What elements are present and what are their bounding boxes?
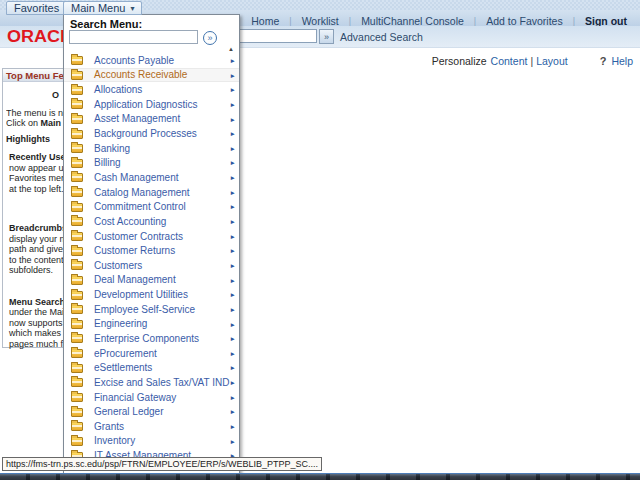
scroll-up-icon[interactable]: ▲ (228, 46, 234, 52)
submenu-arrow-icon: ► (230, 247, 236, 254)
submenu-arrow-icon: ► (230, 159, 236, 166)
menu-item-customer-returns[interactable]: Customer Returns► (64, 243, 239, 258)
menu-item-development-utilities[interactable]: Development Utilities► (64, 287, 239, 302)
advanced-search-link[interactable]: Advanced Search (340, 31, 423, 43)
menu-item-catalog-management[interactable]: Catalog Management► (64, 185, 239, 200)
menu-item-employee-self-service[interactable]: Employee Self-Service► (64, 302, 239, 317)
menu-item-customers[interactable]: Customers► (64, 258, 239, 273)
menu-item-label: Customer Contracts (94, 231, 183, 242)
menu-item-banking[interactable]: Banking► (64, 141, 239, 156)
submenu-arrow-icon: ► (230, 408, 236, 415)
submenu-arrow-icon: ► (230, 145, 236, 152)
menu-item-general-ledger[interactable]: General Ledger► (64, 404, 239, 419)
status-url-tooltip: https://fms-trn.ps.sc.edu/psp/FTRN/EMPLO… (2, 457, 322, 471)
menu-item-background-processes[interactable]: Background Processes► (64, 126, 239, 141)
menu-item-financial-gateway[interactable]: Financial Gateway► (64, 390, 239, 405)
separator: | (289, 16, 291, 26)
folder-icon (71, 261, 83, 270)
menu-item-cost-accounting[interactable]: Cost Accounting► (64, 214, 239, 229)
menu-item-enterprise-components[interactable]: Enterprise Components► (64, 331, 239, 346)
submenu-arrow-icon: ► (230, 203, 236, 210)
menu-item-label: Accounts Receivable (94, 69, 187, 80)
menu-item-application-diagnostics[interactable]: Application Diagnostics► (64, 97, 239, 112)
menu-item-eprocurement[interactable]: eProcurement► (64, 346, 239, 361)
submenu-arrow-icon: ► (230, 335, 236, 342)
submenu-arrow-icon: ► (230, 174, 236, 181)
submenu-arrow-icon: ► (230, 291, 236, 298)
folder-icon (71, 71, 83, 80)
folder-icon (71, 100, 83, 109)
separator: | (349, 16, 351, 26)
menu-item-engineering[interactable]: Engineering► (64, 317, 239, 332)
personalize-label: Personalize (432, 55, 487, 67)
menu-item-allocations[interactable]: Allocations► (64, 82, 239, 97)
menu-item-label: Employee Self-Service (94, 304, 195, 315)
folder-icon (71, 393, 83, 402)
menu-item-label: Allocations (94, 84, 142, 95)
folder-icon (71, 203, 83, 212)
submenu-arrow-icon: ► (230, 394, 236, 401)
menu-item-label: Inventory (94, 435, 135, 446)
menu-item-excise-and-sales-tax-vat-ind[interactable]: Excise and Sales Tax/VAT IND► (64, 375, 239, 390)
submenu-arrow-icon: ► (230, 72, 236, 79)
menu-item-label: Background Processes (94, 128, 197, 139)
menu-item-esettlements[interactable]: eSettlements► (64, 360, 239, 375)
menu-item-customer-contracts[interactable]: Customer Contracts► (64, 229, 239, 244)
double-chevron-icon: » (324, 32, 329, 42)
menu-item-label: Cash Management (94, 172, 179, 183)
folder-icon (71, 188, 83, 197)
menu-item-inventory[interactable]: Inventory► (64, 434, 239, 449)
double-chevron-icon: » (207, 33, 212, 43)
submenu-arrow-icon: ► (230, 233, 236, 240)
menu-search-go-button[interactable]: » (203, 31, 217, 45)
menu-item-accounts-receivable[interactable]: Accounts Receivable► (64, 68, 239, 83)
menu-item-grants[interactable]: Grants► (64, 419, 239, 434)
submenu-arrow-icon: ► (230, 262, 236, 269)
submenu-arrow-icon: ► (230, 438, 236, 445)
menu-item-label: Accounts Payable (94, 55, 174, 66)
main-menu-button[interactable]: Main Menu ▾ (63, 1, 142, 15)
personalize-layout-link[interactable]: Layout (536, 55, 568, 67)
help-link[interactable]: Help (611, 55, 633, 67)
menu-item-label: General Ledger (94, 406, 164, 417)
search-menu-label: Search Menu: (70, 18, 142, 30)
help-question-icon: ? (600, 55, 607, 67)
peoplesoft-page: Favorites ▾ Main Menu ▾ Home|Worklist|Mu… (0, 0, 640, 480)
menu-item-label: Customer Returns (94, 245, 175, 256)
menu-item-cash-management[interactable]: Cash Management► (64, 170, 239, 185)
folder-icon (71, 247, 83, 256)
folder-icon (71, 305, 83, 314)
main-menu-label: Main Menu (71, 2, 125, 14)
folder-icon (71, 86, 83, 95)
separator: | (474, 16, 476, 26)
header-search-go-button[interactable]: » (319, 29, 334, 44)
folder-icon (71, 217, 83, 226)
menu-item-label: Commitment Control (94, 201, 186, 212)
menu-search-input[interactable] (69, 30, 198, 44)
menu-item-commitment-control[interactable]: Commitment Control► (64, 199, 239, 214)
folder-icon (71, 408, 83, 417)
menu-item-billing[interactable]: Billing► (64, 155, 239, 170)
folder-icon (71, 378, 83, 387)
menu-item-deal-management[interactable]: Deal Management► (64, 273, 239, 288)
menu-item-label: Grants (94, 421, 124, 432)
personalize-bar: Personalize Content | Layout ? Help (432, 55, 633, 67)
menu-item-label: eProcurement (94, 348, 157, 359)
personalize-content-link[interactable]: Content (491, 55, 528, 67)
submenu-arrow-icon: ► (230, 130, 236, 137)
folder-icon (71, 115, 83, 124)
menu-item-accounts-payable[interactable]: Accounts Payable► (64, 53, 239, 68)
folder-icon (71, 56, 83, 65)
menu-item-label: Financial Gateway (94, 392, 176, 403)
submenu-arrow-icon: ► (230, 101, 236, 108)
folder-icon (71, 144, 83, 153)
folder-icon (71, 232, 83, 241)
favorites-label: Favorites (14, 2, 59, 14)
submenu-arrow-icon: ► (230, 57, 236, 64)
menu-item-asset-management[interactable]: Asset Management► (64, 112, 239, 127)
folder-icon (71, 159, 83, 168)
menu-item-label: eSettlements (94, 362, 152, 373)
menu-item-label: Deal Management (94, 274, 176, 285)
submenu-arrow-icon: ► (230, 116, 236, 123)
folder-icon (71, 437, 83, 446)
